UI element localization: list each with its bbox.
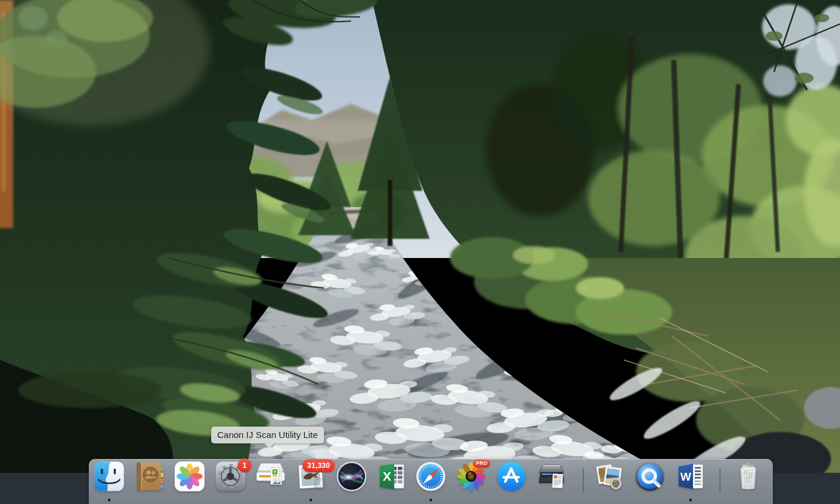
dock-item-photos[interactable]: [174, 461, 205, 492]
running-indicator: [689, 499, 692, 502]
app-store-icon: [496, 461, 527, 492]
dock-item-contacts[interactable]: [134, 461, 165, 492]
dock-item-preview[interactable]: [593, 461, 625, 492]
word-icon: W: [675, 461, 706, 492]
dock-item-system-preferences[interactable]: 1: [215, 461, 246, 492]
safari-icon: [415, 461, 446, 492]
contacts-icon: [134, 461, 165, 492]
dock-item-siri[interactable]: [336, 461, 367, 492]
dock-item-finder[interactable]: [94, 461, 125, 492]
excel-icon: X: [376, 461, 407, 492]
canon-scan-utility-icon: [255, 461, 286, 492]
preview-icon: [593, 461, 625, 492]
image-capture-scanner-icon: [536, 461, 567, 492]
pro-badge: PRO: [473, 460, 490, 467]
dock-tooltip: Canon IJ Scan Utility Lite: [211, 427, 324, 443]
trash-full-icon: [733, 461, 764, 492]
dock-item-trash[interactable]: [733, 461, 764, 492]
running-indicator: [430, 499, 433, 502]
svg-text:W: W: [680, 470, 691, 483]
dock-item-photoscape-x[interactable]: PRO: [455, 461, 487, 492]
dock-item-word[interactable]: W: [675, 461, 706, 492]
quicktime-icon: [634, 461, 665, 492]
dock-item-app-store[interactable]: [496, 461, 527, 492]
finder-icon: [94, 461, 125, 492]
dock-item-excel[interactable]: X: [376, 461, 407, 492]
dock: 1: [89, 459, 773, 504]
running-indicator: [108, 499, 111, 502]
photos-icon: [174, 461, 205, 492]
dock-tooltip-label: Canon IJ Scan Utility Lite: [217, 430, 318, 440]
dock-item-mail[interactable]: 31,330: [295, 461, 326, 492]
notification-badge: 31,330: [302, 459, 335, 472]
svg-text:X: X: [383, 469, 391, 483]
wallpaper-photo: [0, 0, 840, 474]
dock-item-canon-ij-scan-utility-lite[interactable]: [255, 461, 286, 492]
running-indicator: [310, 499, 313, 502]
dock-item-safari[interactable]: [415, 461, 446, 492]
dock-item-quicktime[interactable]: [634, 461, 665, 492]
dock-divider: [583, 468, 584, 493]
desktop: Canon IJ Scan Utility Lite: [0, 0, 840, 504]
dock-item-image-capture[interactable]: [536, 461, 567, 492]
tooltip-arrow-icon: [265, 443, 274, 448]
dock-divider: [719, 468, 721, 493]
notification-badge: 1: [238, 458, 251, 472]
siri-icon: [336, 461, 367, 492]
